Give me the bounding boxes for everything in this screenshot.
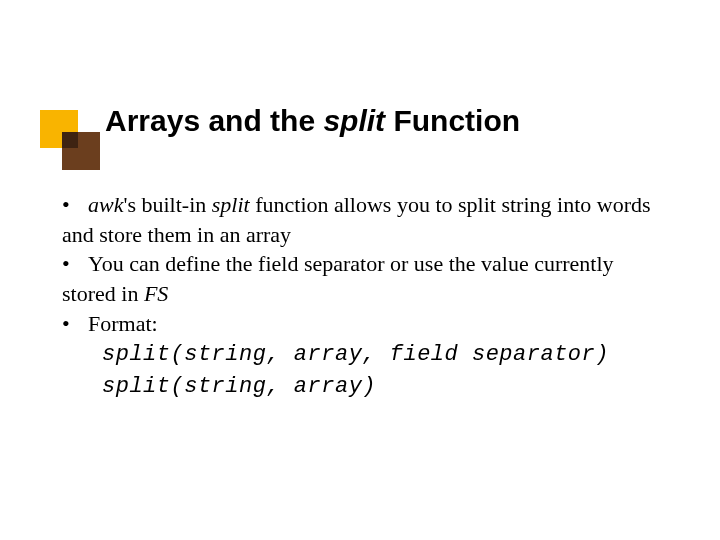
bullet-1: •awk's built-in split function allows yo… [62, 190, 668, 249]
bullet-dot: • [62, 190, 88, 220]
title-pre: Arrays and the [105, 104, 323, 137]
bullet-1-awk: awk [88, 192, 123, 217]
code-line-1-text: split(string, array, field separator) [102, 342, 609, 367]
accent-square-brown-overlay [62, 132, 78, 148]
code-line-1: split(string, array, field separator) [102, 338, 668, 370]
slide-body: •awk's built-in split function allows yo… [62, 190, 668, 402]
bullet-3-label: Format: [88, 311, 158, 336]
title-post: Function [385, 104, 520, 137]
bullet-3: •Format: [62, 309, 668, 339]
bullet-2: •You can define the field separator or u… [62, 249, 668, 308]
title-em: split [323, 104, 385, 137]
bullet-1-rest1: 's built-in [123, 192, 211, 217]
code-line-2-text: split(string, array) [102, 374, 376, 399]
bullet-2-fs: FS [144, 281, 168, 306]
bullet-1-split: split [212, 192, 250, 217]
bullet-dot: • [62, 309, 88, 339]
code-line-2: split(string, array) [102, 370, 668, 402]
bullet-dot: • [62, 249, 88, 279]
slide-title: Arrays and the split Function [105, 104, 520, 137]
